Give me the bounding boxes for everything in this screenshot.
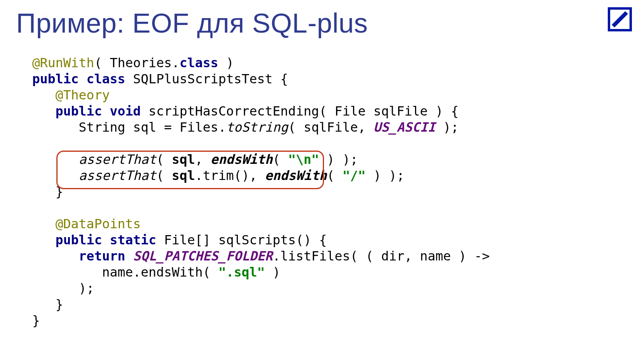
slide: Пример: EOF для SQL-plus @RunWith( Theor… (0, 0, 644, 345)
code-text: String sql = Files. (79, 120, 226, 135)
code-keyword: return (79, 248, 126, 264)
code-text: ( sqlFile, (288, 120, 374, 135)
code-keyword: public (56, 232, 102, 248)
code-bold: sql (172, 152, 195, 167)
code-text: ) ); (365, 168, 404, 183)
code-text: ( Theories. (94, 55, 180, 70)
code-bold-italic: endsWith (265, 168, 327, 183)
code-text: ( (156, 152, 172, 167)
code-text: ); (79, 281, 95, 296)
code-text: SQLPlusScriptsTest { (125, 71, 288, 87)
code-text: scriptHasCorrectEnding( File sqlFile ) { (141, 103, 459, 119)
svg-line-1 (613, 12, 627, 26)
code-keyword: void (110, 103, 141, 119)
code-bold-italic: endsWith (211, 152, 272, 167)
code-text: name.endsWith( (102, 264, 218, 280)
code-text: ) ); (319, 152, 358, 167)
code-string: ".sql" (218, 264, 265, 280)
code-keyword: public (32, 71, 79, 87)
code-italic: assertThat (79, 152, 157, 167)
code-keyword: public (56, 103, 102, 119)
code-const: SQL_PATCHES_FOLDER (133, 248, 272, 264)
code-text: } (56, 297, 63, 312)
code-keyword: static (110, 232, 157, 248)
code-string: "/" (343, 168, 366, 183)
code-text: ( (156, 168, 172, 183)
code-text: } (56, 184, 63, 199)
code-text: .trim(), (195, 168, 265, 183)
code-italic: toString (226, 120, 288, 135)
code-const: US_ASCII (374, 120, 436, 135)
code-string: "\n" (288, 152, 319, 167)
code-annotation: @Theory (56, 87, 110, 103)
code-italic: assertThat (79, 168, 157, 183)
code-text: ) (218, 55, 234, 70)
code-text: ); (436, 120, 459, 135)
code-text: File[] sqlScripts() { (156, 232, 327, 248)
code-annotation: @RunWith (32, 55, 94, 70)
slide-title: Пример: EOF для SQL-plus (16, 7, 628, 39)
code-text: } (32, 313, 40, 328)
code-text: ( (272, 152, 288, 167)
code-text: ( (327, 168, 343, 183)
code-keyword: class (180, 55, 218, 70)
code-keyword: class (87, 71, 125, 87)
code-bold: sql (172, 168, 195, 183)
code-text: ) (265, 264, 281, 280)
deutsche-bank-logo-icon (608, 7, 632, 31)
code-text: .listFiles( ( dir, name ) -> (272, 248, 489, 264)
code-annotation: @DataPoints (56, 216, 141, 231)
code-block: @RunWith( Theories.class ) public class … (32, 55, 628, 328)
code-text: , (195, 152, 211, 167)
